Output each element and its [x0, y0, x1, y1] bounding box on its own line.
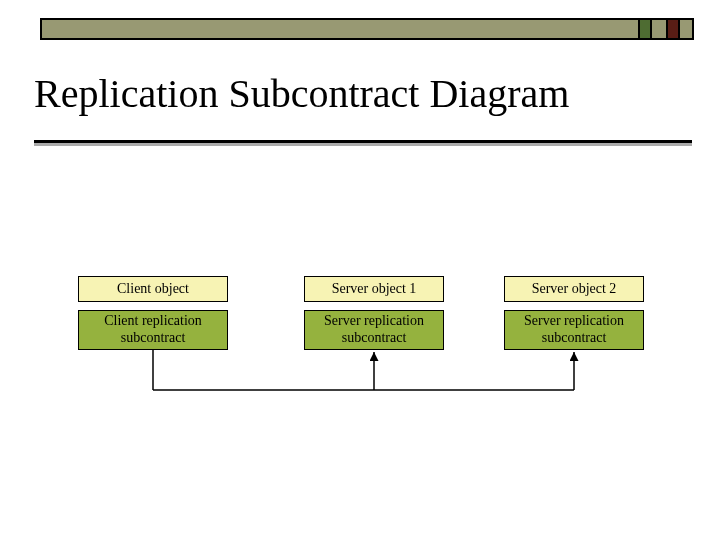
box-server-subcontract-2: Server replication subcontract	[504, 310, 644, 350]
box-client-subcontract: Client replication subcontract	[78, 310, 228, 350]
slide-title: Replication Subcontract Diagram	[34, 70, 569, 117]
box-client-object: Client object	[78, 276, 228, 302]
decorative-top-bar	[40, 18, 694, 40]
title-underline	[34, 140, 692, 143]
bar-marker-green	[638, 18, 652, 40]
box-server-object-2: Server object 2	[504, 276, 644, 302]
box-server-subcontract-1: Server replication subcontract	[304, 310, 444, 350]
bar-marker-maroon	[666, 18, 680, 40]
box-server-object-1: Server object 1	[304, 276, 444, 302]
